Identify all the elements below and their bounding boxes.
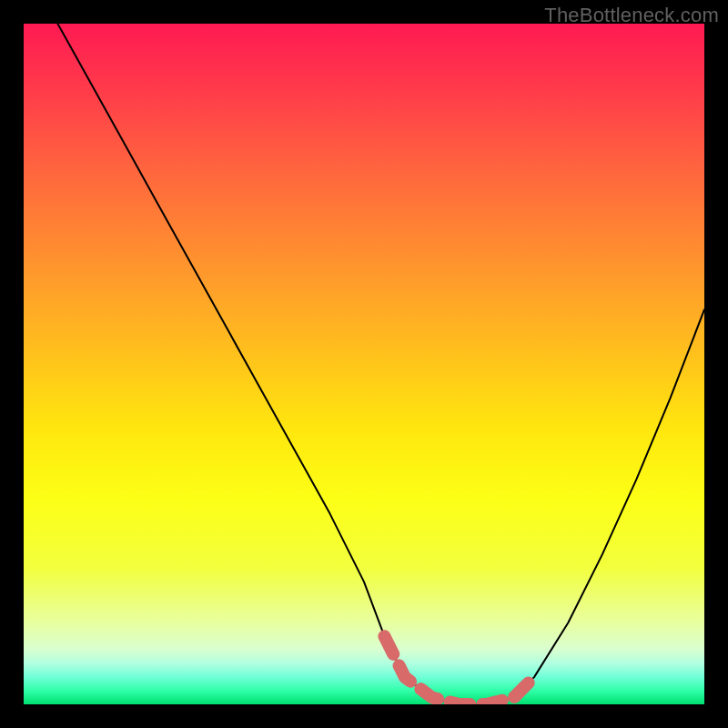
curve-line: [57, 24, 704, 704]
plot-area: [24, 24, 704, 704]
chart-svg: [24, 24, 704, 704]
chart-frame: TheBottleneck.com: [0, 0, 728, 728]
highlight-segment: [384, 636, 534, 704]
